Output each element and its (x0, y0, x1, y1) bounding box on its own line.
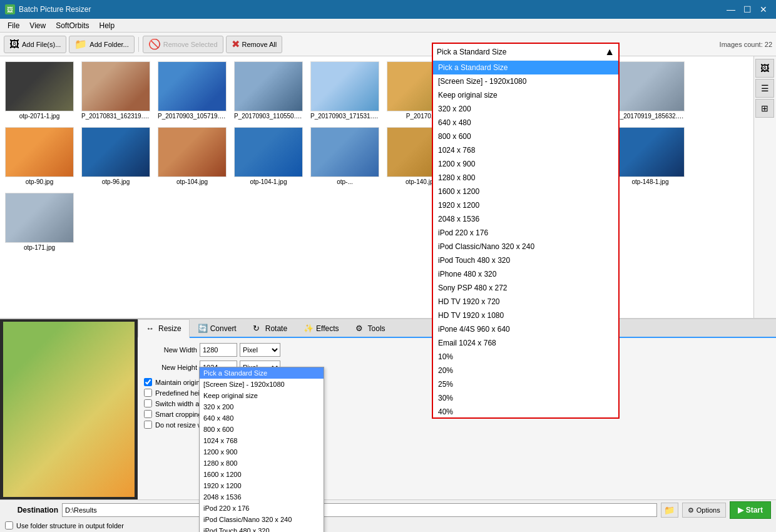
rotate-tab-icon: ↻ (253, 324, 263, 334)
main-dropdown-item[interactable]: iPod Classic/Nano 320 x 240 (433, 240, 618, 253)
thumbnail-view-button[interactable]: 🖼 (755, 59, 774, 78)
tab-tools[interactable]: ⚙ Tools (347, 319, 394, 337)
thumbnail-item[interactable]: P_20170919_185632.jpg (613, 59, 687, 122)
add-folder-button[interactable]: 📁 Add Folder... (69, 36, 134, 53)
thumbnail-label: otp-148-1.jpg (616, 178, 685, 185)
main-dropdown-item[interactable]: 40% (433, 405, 618, 417)
tab-resize[interactable]: ↔ Resize (138, 319, 190, 338)
main-dropdown-item[interactable]: iPod 220 x 176 (433, 226, 618, 240)
main-dropdown-item[interactable]: iPone 4/4S 960 x 640 (433, 322, 618, 336)
main-dropdown-item[interactable]: 2048 x 1536 (433, 212, 618, 226)
main-dropdown-item[interactable]: 30% (433, 391, 618, 405)
tab-rotate[interactable]: ↻ Rotate (245, 319, 295, 337)
predefined-height-checkbox[interactable] (144, 389, 152, 397)
std-size-dropdown-item[interactable]: 1280 x 800 (200, 458, 324, 469)
browse-folder-button[interactable]: 📁 (661, 503, 678, 518)
main-dropdown-item[interactable]: 1024 x 768 (433, 143, 618, 157)
destination-input[interactable] (62, 503, 657, 517)
tab-effects[interactable]: ✨ Effects (295, 319, 347, 337)
main-dropdown-header: Pick a Standard Size ▲ (433, 44, 618, 61)
tools-tab-icon: ⚙ (355, 324, 365, 334)
start-button[interactable]: ▶ Start (730, 501, 771, 519)
switch-width-height-checkbox[interactable] (144, 399, 152, 407)
remove-selected-button[interactable]: 🚫 Remove Selected (143, 36, 223, 53)
main-dropdown-list[interactable]: Pick a Standard Size[Screen Size] - 1920… (433, 61, 618, 417)
thumbnail-item[interactable]: otp-96.jpg (79, 125, 153, 188)
new-width-input[interactable] (200, 343, 237, 357)
main-dropdown-item[interactable]: 320 x 200 (433, 102, 618, 116)
main-dropdown-item[interactable]: 20% (433, 364, 618, 377)
close-button[interactable]: ✕ (756, 3, 771, 16)
main-dropdown-item[interactable]: Pick a Standard Size (433, 61, 618, 74)
std-size-dropdown-settings[interactable]: Pick a Standard Size[Screen Size] - 1920… (199, 367, 324, 532)
minimize-button[interactable]: — (723, 3, 738, 16)
std-size-dropdown-item[interactable]: [Screen Size] - 1920x1080 (200, 379, 324, 390)
std-size-dropdown-item[interactable]: iPod 220 x 176 (200, 503, 324, 514)
start-icon: ▶ (738, 506, 743, 514)
thumbnail-item[interactable]: otp-148-1.jpg (613, 125, 687, 188)
thumbnail-item[interactable]: P_20170903_171531.jpg (308, 59, 382, 122)
tab-convert[interactable]: 🔄 Convert (190, 319, 245, 337)
main-size-dropdown[interactable]: Pick a Standard Size ▲ Pick a Standard S… (432, 43, 620, 419)
main-dropdown-item[interactable]: 1920 x 1200 (433, 198, 618, 212)
thumbnail-item[interactable]: otp-2071-1.jpg (3, 59, 76, 122)
add-files-icon: 🖼 (9, 39, 19, 50)
thumbnail-item[interactable]: otp-171.jpg (3, 190, 76, 253)
list-view-button[interactable]: ☰ (755, 79, 774, 98)
std-size-dropdown-item[interactable]: iPod Touch 480 x 320 (200, 525, 324, 532)
new-width-unit-select[interactable]: Pixel Percent (240, 343, 280, 357)
std-size-dropdown-item[interactable]: 1200 x 900 (200, 446, 324, 458)
std-size-dropdown-item[interactable]: 640 x 480 (200, 412, 324, 424)
main-dropdown-item[interactable]: 640 x 480 (433, 116, 618, 130)
file-browser[interactable]: otp-2071-1.jpgP_20170831_162319.jpgP_201… (0, 56, 753, 318)
main-dropdown-item[interactable]: 800 x 600 (433, 130, 618, 143)
options-icon: ⚙ (688, 506, 694, 514)
thumbnail-item[interactable]: otp-90.jpg (3, 125, 76, 188)
menu-file[interactable]: File (3, 20, 24, 31)
menu-help[interactable]: Help (94, 20, 120, 31)
main-dropdown-item[interactable]: [Screen Size] - 1920x1080 (433, 74, 618, 88)
thumbnail-item[interactable]: otp-... (308, 125, 382, 188)
thumbnail-item[interactable]: otp-104-1.jpg (232, 125, 305, 188)
main-dropdown-item[interactable]: 1200 x 900 (433, 157, 618, 171)
std-size-dropdown-item[interactable]: 1600 x 1200 (200, 469, 324, 480)
thumbnail-image (616, 127, 685, 177)
smart-crop-checkbox[interactable] (144, 410, 152, 418)
main-dropdown-item[interactable]: iPhone 480 x 320 (433, 267, 618, 281)
main-dropdown-item[interactable]: 1280 x 800 (433, 171, 618, 185)
do-not-resize-checkbox[interactable] (144, 421, 152, 429)
std-size-dropdown-item[interactable]: Pick a Standard Size (200, 367, 324, 379)
options-button[interactable]: ⚙ Options (682, 503, 726, 518)
main-dropdown-item[interactable]: Sony PSP 480 x 272 (433, 281, 618, 295)
std-size-dropdown-item[interactable]: 2048 x 1536 (200, 491, 324, 503)
main-dropdown-item[interactable]: 25% (433, 377, 618, 391)
thumbnail-item[interactable]: P_20170831_162319.jpg (79, 59, 153, 122)
menu-softorbits[interactable]: SoftOrbits (51, 20, 94, 31)
main-dropdown-scroll-up[interactable]: ▲ (605, 46, 615, 58)
std-size-dropdown-item[interactable]: 1024 x 768 (200, 435, 324, 446)
grid-view-button[interactable]: ⊞ (755, 99, 774, 118)
thumbnail-item[interactable]: P_20170903_110550.jpg (232, 59, 305, 122)
thumbnail-item[interactable]: otp-104.jpg (155, 125, 229, 188)
remove-all-button[interactable]: ✖ Remove All (226, 36, 283, 53)
main-dropdown-item[interactable]: iPod Touch 480 x 320 (433, 253, 618, 267)
std-size-dropdown-item[interactable]: Keep original size (200, 390, 324, 401)
std-size-dropdown-item[interactable]: 800 x 600 (200, 424, 324, 435)
titlebar: 🖼 Batch Picture Resizer — ☐ ✕ (0, 0, 776, 19)
thumbnail-item[interactable]: P_20170903_105719.jpg (155, 59, 229, 122)
main-dropdown-item[interactable]: HD TV 1920 x 720 (433, 295, 618, 309)
main-dropdown-item[interactable]: HD TV 1920 x 1080 (433, 309, 618, 322)
folder-structure-checkbox[interactable] (5, 521, 13, 529)
maximize-button[interactable]: ☐ (740, 3, 755, 16)
main-dropdown-item[interactable]: 10% (433, 350, 618, 364)
main-dropdown-item[interactable]: Keep original size (433, 88, 618, 102)
thumbnail-image (158, 127, 227, 177)
main-dropdown-item[interactable]: Email 1024 x 768 (433, 336, 618, 350)
menu-view[interactable]: View (24, 20, 51, 31)
main-dropdown-item[interactable]: 1600 x 1200 (433, 185, 618, 198)
std-size-dropdown-item[interactable]: 320 x 200 (200, 401, 324, 412)
std-size-dropdown-item[interactable]: iPod Classic/Nano 320 x 240 (200, 514, 324, 525)
add-files-button[interactable]: 🖼 Add File(s)... (4, 36, 66, 53)
maintain-aspect-checkbox[interactable] (144, 378, 152, 386)
std-size-dropdown-item[interactable]: 1920 x 1200 (200, 480, 324, 491)
